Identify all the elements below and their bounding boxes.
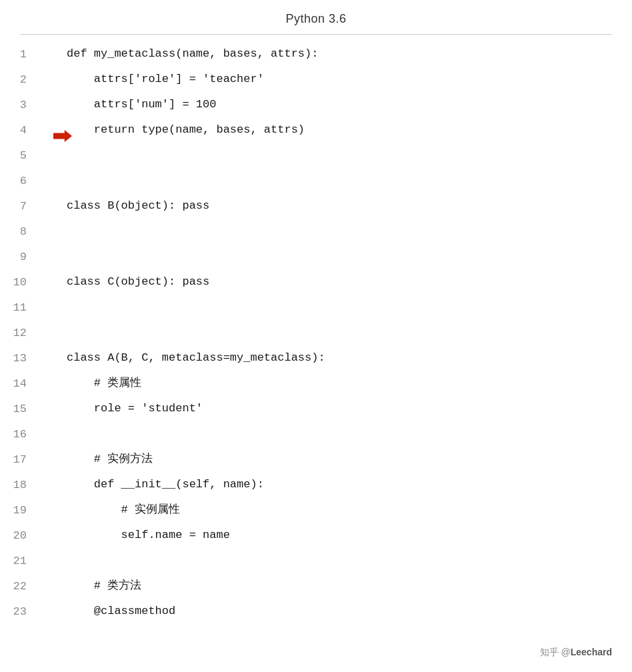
- line-number: 19: [0, 504, 40, 517]
- line-number: 9: [0, 251, 40, 263]
- code-line: 16: [0, 421, 632, 447]
- line-number: 15: [0, 403, 40, 415]
- code-content: @classmethod: [67, 599, 175, 624]
- line-number: 3: [0, 99, 40, 111]
- code-line: 6: [0, 168, 632, 193]
- code-line: 7class B(object): pass: [0, 193, 632, 219]
- line-number: 6: [0, 175, 40, 187]
- line-number: 16: [0, 428, 40, 441]
- code-line: 23 @classmethod: [0, 599, 632, 624]
- watermark: 知乎 @Leechard: [540, 647, 612, 659]
- code-line: 14 # 类属性: [0, 371, 632, 396]
- code-line: 22 # 类方法: [0, 573, 632, 599]
- code-line: 21: [0, 548, 632, 573]
- code-content: def my_metaclass(name, bases, attrs):: [67, 41, 318, 67]
- code-line: 19 # 实例属性: [0, 497, 632, 523]
- code-line: 5: [0, 143, 632, 168]
- code-content: # 类方法: [67, 573, 141, 599]
- line-number: 21: [0, 555, 40, 567]
- line-number: 23: [0, 605, 40, 618]
- code-line: 3 attrs['num'] = 100: [0, 92, 632, 117]
- code-line: 4 return type(name, bases, attrs): [0, 117, 632, 143]
- line-number: 14: [0, 377, 40, 390]
- code-line: 1def my_metaclass(name, bases, attrs):: [0, 41, 632, 67]
- line-number: 18: [0, 479, 40, 491]
- code-content: role = 'student': [67, 396, 203, 421]
- code-line: 10class C(object): pass: [0, 269, 632, 295]
- line-number: 12: [0, 327, 40, 339]
- code-line: 9: [0, 244, 632, 269]
- code-content: class A(B, C, metaclass=my_metaclass):: [67, 345, 325, 371]
- code-area: 1def my_metaclass(name, bases, attrs):2 …: [0, 35, 632, 672]
- page-container: Python 3.6 1def my_metaclass(name, bases…: [0, 0, 632, 672]
- code-content: # 实例属性: [67, 497, 180, 523]
- title-text: Python 3.6: [285, 12, 346, 25]
- code-line: 15 role = 'student': [0, 396, 632, 421]
- code-content: # 实例方法: [67, 447, 153, 472]
- line-number: 4: [0, 124, 40, 137]
- line-number: 11: [0, 301, 40, 314]
- line-number: 17: [0, 453, 40, 466]
- code-line: 17 # 实例方法: [0, 447, 632, 472]
- code-content: class B(object): pass: [67, 193, 209, 219]
- code-line: 13class A(B, C, metaclass=my_metaclass):: [0, 345, 632, 371]
- code-content: def __init__(self, name):: [67, 472, 264, 497]
- line-number: 13: [0, 352, 40, 365]
- code-content: attrs['role'] = 'teacher': [67, 67, 264, 92]
- line-number: 7: [0, 200, 40, 213]
- code-content: # 类属性: [67, 371, 141, 396]
- code-content: class C(object): pass: [67, 269, 209, 295]
- line-number: 8: [0, 225, 40, 238]
- code-content: attrs['num'] = 100: [67, 92, 216, 117]
- code-content: self.name = name: [67, 523, 230, 548]
- watermark-prefix: 知乎 @: [540, 647, 571, 657]
- line-number: 10: [0, 276, 40, 289]
- watermark-author: Leechard: [571, 647, 612, 657]
- code-line: 20 self.name = name: [0, 523, 632, 548]
- code-line: 11: [0, 295, 632, 320]
- code-line: 8: [0, 219, 632, 244]
- code-content: return type(name, bases, attrs): [67, 117, 305, 143]
- line-number: 22: [0, 580, 40, 593]
- title-bar: Python 3.6: [0, 0, 632, 34]
- code-line: 2 attrs['role'] = 'teacher': [0, 67, 632, 92]
- line-number: 2: [0, 73, 40, 86]
- code-line: 18 def __init__(self, name):: [0, 472, 632, 497]
- code-line: 12: [0, 320, 632, 345]
- line-number: 20: [0, 529, 40, 542]
- line-number: 1: [0, 48, 40, 61]
- line-number: 5: [0, 149, 40, 162]
